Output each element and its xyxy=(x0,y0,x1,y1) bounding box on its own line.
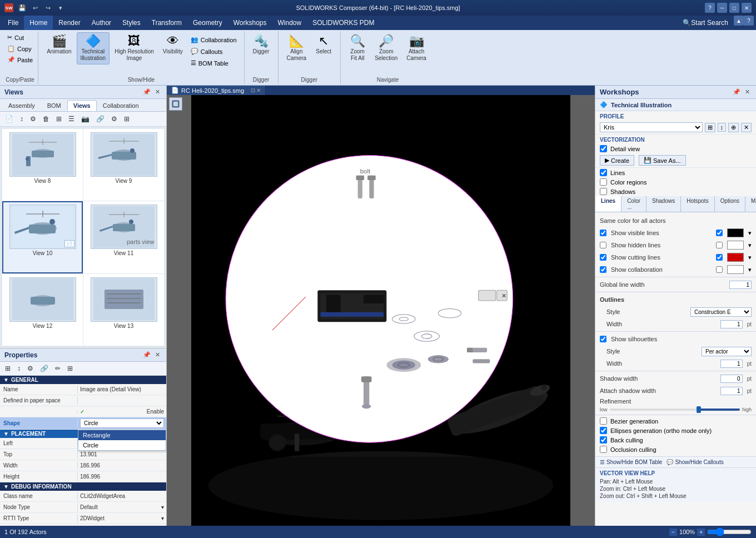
attach-camera-button[interactable]: 📷 AttachCamera xyxy=(402,32,430,64)
list-view-button[interactable]: ☰ xyxy=(66,113,77,124)
link-button[interactable]: 🔗 xyxy=(93,113,107,124)
show-hidden-checkbox[interactable] xyxy=(600,242,606,248)
float-button[interactable]: ⊡ xyxy=(251,87,255,93)
show-hidden-checkbox2[interactable] xyxy=(716,242,723,248)
workshops-pin-button[interactable]: 📌 xyxy=(731,88,742,96)
props-btn-4[interactable]: 🔗 xyxy=(37,363,51,374)
new-view-button[interactable]: 📄 xyxy=(2,113,16,124)
menu-transform[interactable]: Transform xyxy=(146,16,187,30)
collab-color-arrow[interactable]: ▾ xyxy=(748,266,752,273)
menu-geometry[interactable]: Geometry xyxy=(187,16,228,30)
select-button[interactable]: ↖ Select xyxy=(311,32,336,58)
profile-btn-delete[interactable]: ✕ xyxy=(741,123,752,132)
tab-shadows[interactable]: Shadows xyxy=(646,196,681,212)
profile-btn-copy[interactable]: ⊕ xyxy=(728,123,739,132)
redo-button[interactable]: ↪ xyxy=(42,3,53,13)
dropdown-option-circle[interactable]: Circle xyxy=(78,440,166,450)
debug-section-header[interactable]: ▼ DEBUG INFORMATION xyxy=(0,482,166,491)
hidden-color-box[interactable] xyxy=(727,241,744,250)
view-item-12[interactable]: View 12 xyxy=(2,274,83,346)
view-item-9[interactable]: View 9 xyxy=(83,129,164,201)
tab-color[interactable]: Color ... xyxy=(621,196,646,212)
camera-button[interactable]: 📷 xyxy=(78,113,92,124)
help-button[interactable]: ? xyxy=(705,3,715,13)
shape-select[interactable]: Circle xyxy=(80,419,164,428)
profile-btn-2[interactable]: ↕ xyxy=(718,123,727,132)
cutting-color-arrow[interactable]: ▾ xyxy=(748,254,752,261)
zoom-selection-button[interactable]: 🔎 ZoomSelection xyxy=(371,32,401,64)
menu-pdm[interactable]: SOLIDWORKS PDM xyxy=(307,16,380,30)
show-collab-checkbox2[interactable] xyxy=(716,266,723,273)
tab-multiple[interactable]: Multiple xyxy=(745,196,756,212)
tab-assembly[interactable]: Assembly xyxy=(2,100,41,111)
cut-button[interactable]: ✂ Cut xyxy=(4,32,36,43)
align-camera-button[interactable]: 📐 AlignCamera xyxy=(283,32,311,64)
workshops-close-button[interactable]: ✕ xyxy=(743,88,752,96)
lines-checkbox[interactable] xyxy=(600,169,607,176)
back-culling-checkbox[interactable] xyxy=(600,436,607,444)
create-button[interactable]: ▶ Create xyxy=(600,155,634,166)
props-btn-3[interactable]: ⚙ xyxy=(24,363,36,374)
color-regions-checkbox[interactable] xyxy=(600,178,607,186)
ellipses-checkbox[interactable] xyxy=(600,427,607,434)
viewport-tab-main[interactable]: 📄 RC Heli-2020_tips.smg ⊡ ✕ xyxy=(167,86,266,95)
animation-button[interactable]: 🎬 Animation xyxy=(43,32,75,58)
ribbon-help-button[interactable]: ? xyxy=(744,16,754,26)
props-btn-1[interactable]: ⊞ xyxy=(2,363,13,374)
visible-color-box[interactable] xyxy=(727,228,744,237)
collab-color-box[interactable] xyxy=(727,265,744,274)
zoom-slider[interactable] xyxy=(707,527,752,536)
profile-btn-1[interactable]: ⊞ xyxy=(705,123,715,132)
panel-close-button[interactable]: ✕ xyxy=(153,88,162,96)
style-select[interactable]: Construction E xyxy=(690,307,752,317)
show-hide-bom-link[interactable]: ☰ Show/Hide BOM Table xyxy=(600,459,662,465)
menu-author[interactable]: Author xyxy=(86,16,117,30)
show-hide-callouts-link[interactable]: 💬 Show/Hide Callouts xyxy=(667,459,723,465)
refinement-slider[interactable] xyxy=(610,409,740,411)
bezier-checkbox[interactable] xyxy=(600,417,607,425)
tab-lines[interactable]: Lines xyxy=(595,196,621,212)
viewport-corner-button[interactable] xyxy=(169,97,182,111)
menu-workshops[interactable]: Workshops xyxy=(228,16,272,30)
menu-render[interactable]: Render xyxy=(53,16,86,30)
view-item-13[interactable]: View 13 xyxy=(83,274,164,346)
sil-width-input[interactable] xyxy=(720,360,743,368)
bom-table-button[interactable]: ☰ BOM Table xyxy=(188,58,240,68)
global-width-input[interactable] xyxy=(729,281,752,289)
grid-view-button[interactable]: ⊞ xyxy=(53,113,64,124)
maximize-button[interactable]: □ xyxy=(729,3,739,13)
show-visible-checkbox2[interactable] xyxy=(716,230,723,236)
expand-button[interactable]: ⊞ xyxy=(121,113,132,124)
detail-view-checkbox[interactable] xyxy=(600,145,607,152)
shadow-width-input[interactable] xyxy=(720,375,743,383)
technical-illustration-button[interactable]: 🔷 TechnicalIllustration xyxy=(77,32,110,64)
delete-button[interactable]: 🗑 xyxy=(40,113,52,124)
filter-button[interactable]: ⚙ xyxy=(27,113,39,124)
high-resolution-button[interactable]: 🖼 High ResolutionImage xyxy=(111,32,158,64)
show-collab-checkbox[interactable] xyxy=(600,266,606,273)
zoom-fit-button[interactable]: 🔍 ZoomFit All xyxy=(345,32,370,64)
shadows-checkbox[interactable] xyxy=(600,188,607,195)
undo-button[interactable]: ↩ xyxy=(29,3,41,13)
visibility-button[interactable]: 👁 Visibility xyxy=(159,32,187,58)
show-visible-checkbox[interactable] xyxy=(600,230,606,236)
copy-button[interactable]: 📋 Copy xyxy=(4,43,36,54)
view-item-11[interactable]: parts view View 11 xyxy=(83,201,164,273)
menu-search[interactable]: 🔍 Start Search xyxy=(677,16,734,30)
panel-pin-button[interactable]: 📌 xyxy=(141,88,152,96)
view-item-8[interactable]: View 8 xyxy=(2,129,83,201)
tab-bom[interactable]: BOM xyxy=(41,100,67,111)
outline-width-input[interactable] xyxy=(720,320,743,328)
props-btn-5[interactable]: ✏ xyxy=(52,363,63,374)
close-tab-button[interactable]: ✕ xyxy=(256,87,261,93)
menu-file[interactable]: File xyxy=(2,16,24,30)
close-button[interactable]: ✕ xyxy=(742,3,752,13)
general-section-header[interactable]: ▼ GENERAL xyxy=(0,376,166,384)
occlusion-checkbox[interactable] xyxy=(600,446,607,453)
sort-button[interactable]: ↕ xyxy=(17,113,26,124)
show-cutting-checkbox[interactable] xyxy=(600,254,606,261)
props-pin-button[interactable]: 📌 xyxy=(141,351,152,359)
sil-style-select[interactable]: Per actor xyxy=(702,347,752,356)
save-button[interactable]: 💾 xyxy=(17,3,28,13)
visible-color-arrow[interactable]: ▾ xyxy=(748,230,752,237)
